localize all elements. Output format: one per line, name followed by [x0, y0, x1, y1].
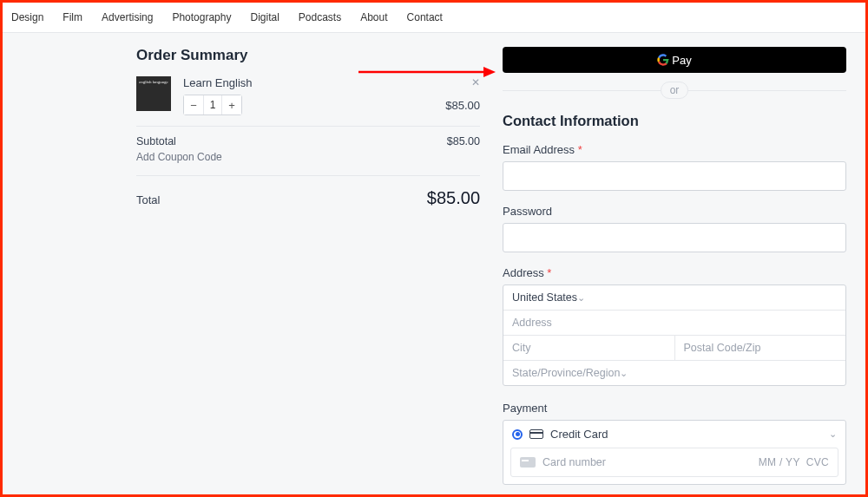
google-icon [657, 54, 669, 66]
nav-item-photography[interactable]: Photography [172, 11, 231, 23]
password-label: Password [503, 205, 846, 218]
postal-code-field[interactable] [674, 336, 846, 360]
payment-method-box: Credit Card ⌄ Card number MM / YY CVC [503, 420, 846, 485]
cart-line-item: Learn English − + $85.00 ✕ [136, 76, 480, 127]
order-summary-panel: Order Summary Learn English − + $85.00 ✕… [136, 33, 480, 485]
add-coupon-link[interactable]: Add Coupon Code [136, 151, 480, 163]
state-placeholder: State/Province/Region [512, 367, 620, 379]
city-field[interactable] [503, 336, 674, 360]
card-icon [520, 457, 536, 468]
card-number-placeholder: Card number [542, 456, 606, 468]
quantity-stepper: − + [183, 95, 242, 115]
radio-selected-icon [512, 429, 523, 440]
credit-card-label: Credit Card [550, 428, 608, 441]
address-group: United States ⌄ State/Province/Region ⌄ [503, 284, 846, 386]
subtotal-value: $85.00 [447, 135, 480, 147]
payment-method-credit-card[interactable]: Credit Card ⌄ [503, 421, 845, 448]
nav-item-podcasts[interactable]: Podcasts [299, 11, 341, 23]
nav-item-contact[interactable]: Contact [407, 11, 443, 23]
total-label: Total [136, 193, 160, 206]
chevron-down-icon: ⌄ [577, 292, 585, 304]
product-thumbnail [136, 76, 171, 111]
checkout-form-panel: Pay or Contact Information Email Address… [503, 33, 846, 485]
remove-item-button[interactable]: ✕ [471, 76, 480, 88]
or-separator: or [503, 82, 846, 99]
quantity-decrease-button[interactable]: − [184, 95, 203, 114]
google-pay-label: Pay [672, 54, 691, 67]
order-summary-title: Order Summary [136, 47, 480, 64]
chevron-down-icon: ⌄ [829, 428, 837, 440]
nav-item-digital[interactable]: Digital [250, 11, 279, 23]
nav-item-advertising[interactable]: Advertising [102, 11, 153, 23]
credit-card-icon [529, 429, 543, 439]
nav-item-film[interactable]: Film [62, 11, 82, 23]
state-select[interactable]: State/Province/Region ⌄ [503, 361, 636, 385]
address-line-field[interactable] [503, 311, 845, 335]
line-item-price: $85.00 [445, 99, 480, 112]
subtotal-label: Subtotal [136, 135, 176, 147]
product-name: Learn English [183, 76, 253, 89]
nav-item-about[interactable]: About [360, 11, 387, 23]
password-field[interactable] [503, 223, 846, 252]
email-field[interactable] [503, 161, 846, 191]
total-value: $85.00 [427, 188, 480, 208]
chevron-down-icon: ⌄ [620, 368, 628, 379]
card-number-field[interactable]: Card number MM / YY CVC [510, 448, 838, 477]
nav-item-design[interactable]: Design [11, 11, 43, 23]
contact-information-heading: Contact Information [503, 113, 846, 129]
quantity-input[interactable] [203, 95, 222, 114]
country-select[interactable]: United States ⌄ [503, 285, 594, 310]
email-label: Email Address * [503, 143, 846, 156]
payment-label: Payment [503, 402, 846, 415]
top-nav: Design Film Advertising Photography Digi… [3, 3, 865, 33]
country-selected-value: United States [512, 291, 577, 304]
address-label: Address * [503, 266, 846, 279]
google-pay-button[interactable]: Pay [503, 47, 846, 73]
quantity-increase-button[interactable]: + [222, 95, 241, 114]
